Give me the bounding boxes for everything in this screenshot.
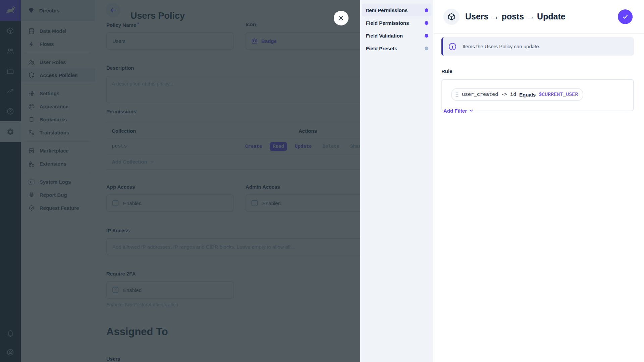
app-root: Directus Data Model Flows	[0, 0, 644, 362]
drag-handle-icon[interactable]	[455, 92, 459, 98]
filter-field-path[interactable]: user_created -> id	[462, 92, 516, 98]
permissions-drawer: Item Permissions Field Permissions Field…	[360, 0, 644, 362]
tab-field-validation[interactable]: Field Validation	[362, 29, 431, 42]
status-dot	[425, 34, 428, 38]
rule-box: user_created -> id Equals $CURRENT_USER	[441, 79, 634, 111]
info-notice: Items the Users Policy can update.	[441, 37, 634, 56]
rule-label: Rule	[441, 68, 452, 74]
drawer-tab-sidebar: Item Permissions Field Permissions Field…	[360, 0, 433, 362]
tab-field-presets[interactable]: Field Presets	[362, 42, 431, 55]
close-drawer-button[interactable]	[334, 11, 348, 25]
status-dot	[425, 8, 428, 12]
chevron-down-icon	[468, 108, 474, 114]
tab-item-permissions[interactable]: Item Permissions	[362, 4, 431, 16]
add-filter-button[interactable]: Add Filter	[441, 107, 476, 114]
drawer-content: Users → posts → Update Items the Users P…	[433, 0, 644, 362]
tab-field-permissions[interactable]: Field Permissions	[362, 16, 431, 29]
drawer-header: Users → posts → Update	[433, 0, 644, 34]
status-dot	[425, 47, 428, 50]
check-icon	[622, 13, 629, 20]
filter-rule-pill[interactable]: user_created -> id Equals $CURRENT_USER	[451, 88, 583, 101]
notice-text: Items the Users Policy can update.	[463, 44, 540, 49]
close-icon	[337, 14, 345, 22]
drawer-title: Users → posts → Update	[465, 12, 566, 21]
save-button[interactable]	[618, 9, 633, 24]
filter-operator[interactable]: Equals	[519, 92, 536, 98]
status-dot	[425, 21, 428, 25]
info-icon	[448, 42, 457, 51]
drawer-overlay[interactable]	[0, 0, 360, 362]
filter-value[interactable]: $CURRENT_USER	[539, 92, 578, 98]
box-icon	[443, 9, 460, 25]
